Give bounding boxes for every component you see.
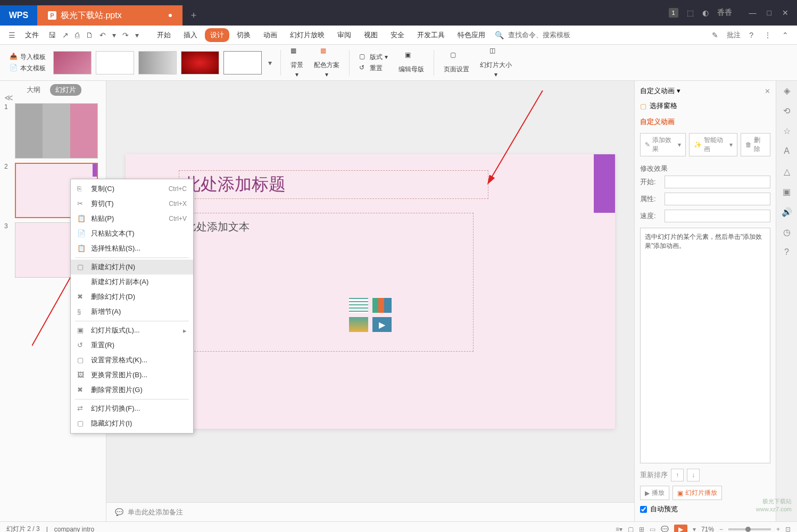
ctx-duplicate-slide[interactable]: 新建幻灯片副本(A) — [71, 275, 193, 289]
import-template-button[interactable]: 📥导入模板 — [10, 53, 46, 62]
notes-toggle-icon[interactable]: ≡▾ — [616, 526, 622, 533]
ctx-delete-bg-image[interactable]: ✖删除背景图片(G) — [71, 383, 193, 397]
ctx-paste[interactable]: 📋粘贴(P)Ctrl+V — [71, 211, 193, 226]
collapse-ribbon-icon[interactable]: ⌃ — [780, 29, 791, 41]
tool-refresh-icon[interactable]: ⟲ — [782, 105, 792, 116]
prop-select[interactable] — [665, 193, 770, 205]
theme-1[interactable] — [53, 51, 92, 74]
ctx-paste-special[interactable]: 📋选择性粘贴(S)... — [71, 241, 193, 256]
menu-insert[interactable]: 插入 — [178, 28, 203, 42]
add-effect-button[interactable]: ✎ 添加效果 ▾ — [640, 133, 686, 156]
tab-slides[interactable]: 幻灯片 — [50, 84, 81, 96]
fit-icon[interactable]: ⊡ — [785, 526, 791, 533]
play-button[interactable]: ▶ 播放 — [640, 486, 669, 500]
title-placeholder[interactable]: 此处添加标题 — [179, 170, 488, 199]
ctx-cut[interactable]: ✂剪切(T)Ctrl+X — [71, 196, 193, 211]
page-setup-button[interactable]: ▢页面设置 — [441, 51, 472, 74]
view-reading-icon[interactable]: ▭ — [650, 526, 655, 533]
menu-devtools[interactable]: 开发工具 — [412, 28, 450, 42]
reset-button[interactable]: ↺重置 — [359, 64, 388, 73]
move-down-button[interactable]: ↓ — [687, 469, 700, 481]
ctx-copy[interactable]: ⎘复制(C)Ctrl+C — [71, 181, 193, 196]
play-slideshow-button[interactable]: ▶ — [674, 525, 687, 533]
theme-3[interactable] — [138, 51, 177, 74]
annotate-label[interactable]: 批注 — [727, 30, 741, 40]
collapse-panel-icon[interactable]: ≪ — [4, 93, 13, 103]
start-select[interactable] — [665, 176, 770, 188]
more-dropdown-icon[interactable]: ▾ — [133, 29, 141, 41]
theme-5[interactable] — [223, 51, 262, 74]
notes-bar[interactable]: 💬 单击此处添加备注 — [106, 502, 634, 521]
auto-preview-checkbox[interactable] — [640, 506, 647, 513]
menu-review[interactable]: 审阅 — [332, 28, 356, 42]
slide-canvas[interactable]: 此处添加标题 比处添加文本 ▶ — [126, 154, 615, 429]
zoom-out-icon[interactable]: − — [719, 526, 723, 533]
menu-transition[interactable]: 切换 — [231, 28, 256, 42]
move-up-button[interactable]: ↑ — [671, 469, 684, 481]
menu-animation[interactable]: 动画 — [258, 28, 283, 42]
menu-start[interactable]: 开始 — [152, 28, 176, 42]
ctx-transition[interactable]: ⇄幻灯片切换(F)... — [71, 401, 193, 416]
menu-security[interactable]: 安全 — [385, 28, 410, 42]
undo-dropdown-icon[interactable]: ▾ — [110, 29, 118, 41]
export-icon[interactable]: ↗ — [60, 29, 71, 41]
edit-master-button[interactable]: ▣编辑母版 — [395, 51, 427, 74]
tool-help-icon[interactable]: ? — [782, 247, 792, 257]
slide-thumb-1[interactable]: 1 — [4, 103, 102, 159]
notification-badge[interactable]: 1 — [669, 8, 678, 18]
tab-outline[interactable]: 大纲 — [21, 84, 46, 96]
zoom-value[interactable]: 71% — [701, 526, 714, 533]
gift-icon[interactable]: ⬚ — [687, 9, 694, 17]
menu-special[interactable]: 特色应用 — [452, 28, 491, 42]
wps-logo[interactable]: WPS — [0, 5, 37, 26]
tool-sound-icon[interactable]: 🔊 — [782, 206, 792, 217]
ctx-new-slide[interactable]: ▢新建幻灯片(N) — [71, 260, 193, 275]
slideshow-button[interactable]: ▣ 幻灯片播放 — [673, 486, 722, 500]
speed-select[interactable] — [665, 210, 770, 222]
save-icon[interactable]: 🖫 — [46, 29, 58, 41]
body-placeholder[interactable]: 比处添加文本 — [176, 213, 474, 352]
chart-icon[interactable] — [372, 298, 392, 313]
ctx-layout[interactable]: ▣幻灯片版式(L)...▸ — [71, 323, 193, 338]
ctx-background-format[interactable]: ▢设置背景格式(K)... — [71, 353, 193, 368]
tool-clock-icon[interactable]: ◷ — [782, 227, 792, 237]
ctx-hide-slide[interactable]: ▢隐藏幻灯片(I) — [71, 416, 193, 431]
redo-icon[interactable]: ↷ — [120, 29, 131, 41]
slide-size-button[interactable]: ◫幻灯片大小▾ — [477, 47, 515, 78]
menu-slideshow[interactable]: 幻灯片放映 — [285, 28, 330, 42]
tool-image-icon[interactable]: ▣ — [782, 186, 792, 197]
layout-button[interactable]: ▢版式 ▾ — [359, 53, 388, 62]
print-icon[interactable]: ⎙ — [73, 29, 81, 41]
maximize-button[interactable]: □ — [767, 9, 771, 17]
close-panel-icon[interactable]: ✕ — [765, 87, 770, 95]
delete-button[interactable]: 🗑 删除 — [741, 133, 770, 156]
minimize-button[interactable]: — — [749, 9, 757, 17]
color-scheme-button[interactable]: ▦配色方案▾ — [311, 47, 343, 78]
tool-triangle-icon[interactable]: △ — [782, 166, 792, 177]
view-normal-icon[interactable]: ▢ — [628, 526, 634, 533]
zoom-slider[interactable] — [728, 528, 771, 530]
undo-icon[interactable]: ↶ — [97, 29, 108, 41]
search-icon[interactable]: 🔍 — [493, 29, 506, 41]
globe-icon[interactable]: ◐ — [702, 9, 709, 17]
this-template-button[interactable]: 📄本文模板 — [10, 64, 46, 73]
help-icon[interactable]: ? — [747, 29, 756, 41]
file-tab[interactable]: P 极光下载站.pptx — [37, 5, 182, 26]
view-comment-icon[interactable]: 💬 — [661, 526, 669, 533]
theme-4[interactable] — [181, 51, 219, 74]
theme-2[interactable] — [96, 51, 134, 74]
view-sorter-icon[interactable]: ⊞ — [639, 526, 644, 533]
print-preview-icon[interactable]: 🗋 — [84, 29, 95, 41]
zoom-in-icon[interactable]: + — [776, 526, 780, 533]
ctx-paste-text[interactable]: 📄只粘贴文本(T) — [71, 226, 193, 241]
picture-icon[interactable] — [349, 317, 368, 332]
theme-more-icon[interactable]: ▾ — [266, 56, 274, 69]
ctx-reset[interactable]: ↺重置(R) — [71, 338, 193, 353]
video-icon[interactable]: ▶ — [372, 317, 392, 332]
play-dropdown-icon[interactable]: ▾ — [693, 526, 696, 533]
smart-anim-button[interactable]: ✨智能动画 ▾ — [689, 133, 737, 156]
select-pane-button[interactable]: ▢选择窗格 — [640, 101, 770, 111]
background-button[interactable]: ▦背景▾ — [287, 47, 306, 78]
close-button[interactable]: ✕ — [782, 9, 788, 17]
ctx-add-section[interactable]: §新增节(A) — [71, 304, 193, 319]
